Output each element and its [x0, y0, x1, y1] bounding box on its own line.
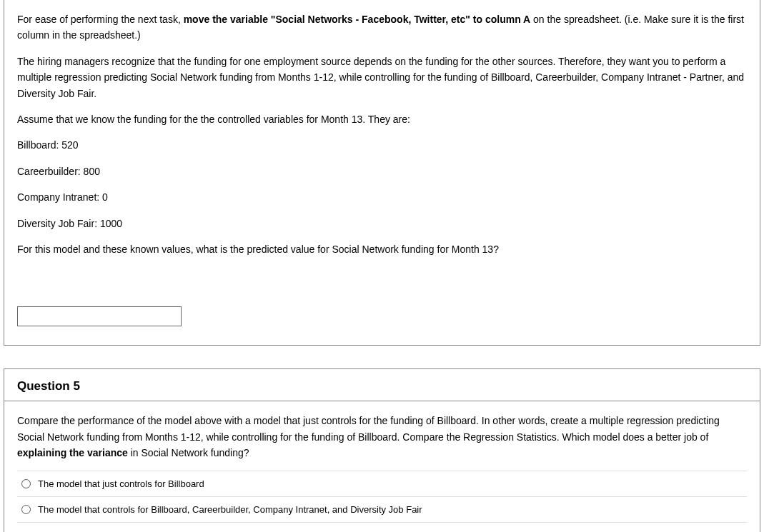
q4-para-2: The hiring managers recognize that the f… — [17, 54, 747, 101]
q4-val-3: Company Intranet: 0 — [17, 189, 747, 205]
q5-p1-a: Compare the performance of the model abo… — [17, 415, 720, 442]
q5-option-2-label: The model that controls for Billboard, C… — [38, 504, 422, 515]
radio-icon — [21, 505, 31, 514]
question-5-title: Question 5 — [17, 379, 747, 393]
q5-p1-c: in Social Network funding? — [128, 447, 249, 458]
q4-p1-b: move the variable "Social Networks - Fac… — [184, 14, 531, 25]
question-4-card: For ease of performing the next task, mo… — [4, 0, 760, 346]
q4-val-4: Diversity Job Fair: 1000 — [17, 216, 747, 231]
card-gap — [0, 346, 764, 368]
q5-option-2[interactable]: The model that controls for Billboard, C… — [17, 497, 747, 523]
q4-para-4: For this model and these known values, w… — [17, 241, 747, 257]
question-4-body: For ease of performing the next task, mo… — [4, 0, 760, 345]
q5-para-1: Compare the performance of the model abo… — [17, 413, 747, 461]
q4-val-2: Careerbuilder: 800 — [17, 164, 747, 179]
q5-option-1-label: The model that just controls for Billboa… — [38, 478, 204, 489]
question-5-header: Question 5 — [4, 369, 760, 401]
q4-para-1: For ease of performing the next task, mo… — [17, 11, 747, 44]
q4-val-1: Billboard: 520 — [17, 137, 747, 153]
q5-p1-b: explaining the variance — [17, 447, 128, 458]
question-5-body: Compare the performance of the model abo… — [4, 401, 760, 532]
radio-icon — [21, 479, 31, 488]
q4-answer-input[interactable] — [17, 306, 182, 326]
q5-options: The model that just controls for Billboa… — [17, 471, 747, 523]
q5-option-1[interactable]: The model that just controls for Billboa… — [17, 471, 747, 497]
q4-para-3: Assume that we know the funding for the … — [17, 111, 747, 127]
q4-p1-a: For ease of performing the next task, — [17, 14, 184, 25]
question-5-card: Question 5 Compare the performance of th… — [4, 368, 760, 532]
